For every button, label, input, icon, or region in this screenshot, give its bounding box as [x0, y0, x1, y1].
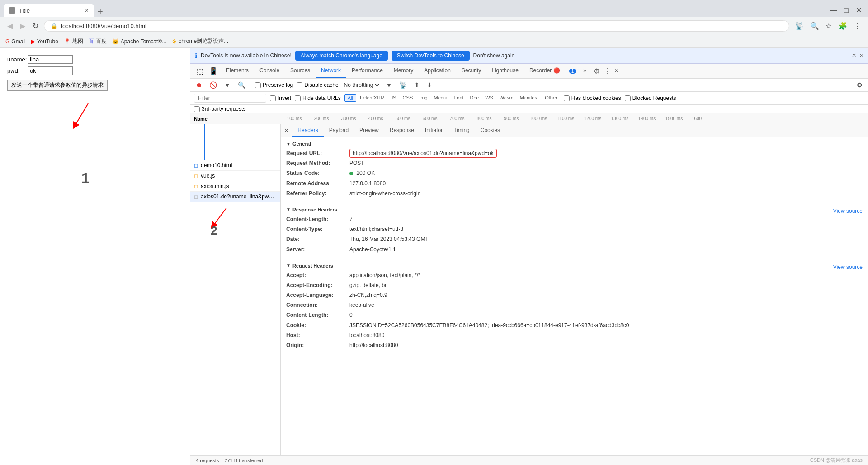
bookmark-chrome[interactable]: ⚙ chrome浏览器设声... [172, 38, 228, 45]
detail-tab-initiator[interactable]: Initiator [420, 124, 448, 137]
hide-data-urls-checkbox[interactable]: Hide data URLs [295, 95, 341, 101]
bookmark-tomcat[interactable]: 🐱 Apache Tomcat®... [112, 38, 166, 45]
filter-all[interactable]: All [344, 94, 356, 102]
cast-icon[interactable]: 📡 [793, 21, 806, 31]
back-button[interactable]: ◀ [5, 21, 14, 31]
general-title[interactable]: General [286, 141, 863, 146]
devtools-settings-icon[interactable]: ⚙ [592, 67, 602, 75]
detail-close-button[interactable]: × [281, 124, 292, 137]
more-icon[interactable]: ⋮ [852, 21, 863, 31]
file-item-vuejs[interactable]: ◻ vue.js [190, 171, 280, 181]
invert-checkbox[interactable]: Invert [270, 95, 291, 101]
minimize-button[interactable]: — [827, 2, 840, 19]
tab-network[interactable]: Network [316, 64, 346, 78]
devtools-more-icon[interactable]: ⋮ [602, 67, 613, 75]
address-bar[interactable]: 🔒 localhost:8080/Vue/demo10.html [44, 20, 789, 32]
detail-tab-headers[interactable]: Headers [292, 124, 323, 137]
tab-memory[interactable]: Memory [388, 64, 419, 78]
xhr-icon: ◻ [194, 194, 198, 200]
tab-recorder[interactable]: Recorder 🔴 [524, 64, 566, 78]
tab-application[interactable]: Application [419, 64, 456, 78]
throttling-more-icon[interactable]: ▼ [384, 80, 394, 89]
tl-700ms: 700 ms [443, 116, 471, 121]
third-party-checkbox[interactable]: 3rd-party requests [194, 106, 245, 112]
file-name-axios: axios.min.js [201, 183, 277, 189]
record-button[interactable]: ⏺ [194, 80, 204, 89]
detail-tab-response[interactable]: Response [384, 124, 420, 137]
devtools-close-button[interactable]: × [860, 52, 863, 59]
tab-close-btn[interactable]: × [85, 7, 89, 14]
file-item-axios[interactable]: ◻ axios.min.js [190, 181, 280, 192]
detail-tab-payload[interactable]: Payload [324, 124, 354, 137]
tl-800ms: 800 ms [471, 116, 498, 121]
filter-js[interactable]: JS [388, 94, 399, 102]
close-window-button[interactable]: ✕ [853, 2, 864, 19]
new-tab-button[interactable]: + [94, 7, 107, 17]
tab-performance[interactable]: Performance [346, 64, 388, 78]
export-icon[interactable]: ⬇ [425, 80, 434, 89]
filter-font[interactable]: Font [451, 94, 467, 102]
tab-sources[interactable]: Sources [285, 64, 316, 78]
view-source-request[interactable]: View source [833, 264, 863, 270]
filter-button[interactable]: ▼ [222, 80, 232, 89]
file-item-demo10[interactable]: ◻ demo10.html [190, 160, 280, 171]
bookmark-baidu[interactable]: 百 百度 [89, 38, 107, 45]
filter-other[interactable]: Other [542, 94, 560, 102]
filter-media[interactable]: Media [431, 94, 450, 102]
filter-manifest[interactable]: Manifest [517, 94, 542, 102]
bookmark-star-icon[interactable]: ☆ [824, 21, 834, 31]
file-item-axios01[interactable]: ◻ axios01.do?uname=lina&pwd=... [190, 192, 280, 202]
throttling-select[interactable]: No throttling [342, 81, 381, 89]
search-icon[interactable]: 🔍 [808, 21, 821, 31]
filter-fetch-xhr[interactable]: Fetch/XHR [357, 94, 387, 102]
view-source-response[interactable]: View source [833, 208, 863, 214]
import-icon[interactable]: ⬆ [412, 80, 421, 89]
network-conditions-icon[interactable]: 📡 [397, 80, 409, 89]
filter-doc[interactable]: Doc [467, 94, 482, 102]
disable-cache-checkbox[interactable]: Disable cache [297, 82, 338, 88]
filter-input[interactable] [194, 94, 266, 103]
detail-tab-timing[interactable]: Timing [448, 124, 475, 137]
has-blocked-cookies-checkbox[interactable]: Has blocked cookies [564, 95, 621, 101]
clear-button[interactable]: 🚫 [208, 80, 219, 89]
dont-show-button[interactable]: Don't show again [473, 52, 515, 59]
annotation-1: 1 [81, 170, 90, 187]
filter-img[interactable]: Img [416, 94, 430, 102]
tab-console[interactable]: Console [254, 64, 285, 78]
devtools-dock-close[interactable]: × [613, 67, 620, 75]
detail-tab-cookies[interactable]: Cookies [475, 124, 505, 137]
extension-icon[interactable]: 🧩 [836, 21, 849, 31]
element-picker-icon[interactable]: ⬚ [194, 67, 206, 75]
tab-lighthouse[interactable]: Lighthouse [486, 64, 524, 78]
filter-ws[interactable]: WS [482, 94, 496, 102]
svg-line-1 [213, 208, 226, 226]
js-icon-axios: ◻ [194, 183, 198, 189]
info-close-button[interactable]: × [852, 52, 856, 60]
search-network-button[interactable]: 🔍 [236, 80, 247, 89]
async-request-button[interactable]: 发送一个带普通请求参数值的异步请求 [7, 80, 108, 91]
bookmark-gmail[interactable]: G Gmail [5, 38, 26, 45]
filter-css[interactable]: CSS [400, 94, 416, 102]
forward-button[interactable]: ▶ [18, 21, 27, 31]
blocked-requests-checkbox[interactable]: Blocked Requests [625, 95, 676, 101]
switch-devtools-button[interactable]: Switch DevTools to Chinese [392, 51, 470, 61]
bookmark-maps[interactable]: 📍 地图 [64, 38, 83, 45]
more-tabs-btn[interactable]: » [578, 64, 592, 78]
response-headers-title[interactable]: Response Headers [286, 207, 337, 212]
device-mode-icon[interactable]: 📱 [206, 67, 221, 75]
reload-button[interactable]: ↻ [31, 21, 40, 31]
uname-input[interactable] [28, 55, 73, 64]
maximize-button[interactable]: □ [841, 2, 851, 19]
tab-security[interactable]: Security [456, 64, 486, 78]
network-settings-icon[interactable]: ⚙ [855, 80, 864, 89]
filter-wasm[interactable]: Wasm [497, 94, 516, 102]
browser-tab[interactable]: Title × [4, 4, 94, 17]
transferred-count: 271 B transferred [224, 458, 263, 463]
always-match-button[interactable]: Always match Chrome's language [295, 51, 388, 61]
pwd-input[interactable] [28, 66, 73, 75]
preserve-log-checkbox[interactable]: Preserve log [255, 82, 293, 88]
bookmark-youtube[interactable]: ▶ YouTube [31, 38, 58, 45]
tab-elements[interactable]: Elements [221, 64, 254, 78]
request-headers-title[interactable]: Request Headers [286, 263, 333, 268]
detail-tab-preview[interactable]: Preview [354, 124, 384, 137]
